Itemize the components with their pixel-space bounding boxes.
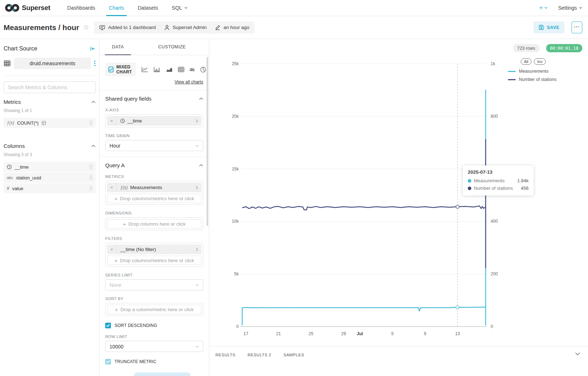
tab-results[interactable]: RESULTS bbox=[215, 353, 235, 357]
search-input[interactable] bbox=[4, 81, 96, 93]
column-item-time[interactable]: __time bbox=[4, 162, 96, 172]
save-disk-icon bbox=[539, 25, 544, 30]
tooltip-row: Measurements 1.84k bbox=[468, 178, 529, 183]
nav-charts[interactable]: Charts bbox=[102, 0, 131, 16]
metric-item-count[interactable]: ƒ(x) COUNT(*) bbox=[4, 118, 96, 128]
chevron-up-icon[interactable] bbox=[199, 97, 203, 100]
more-options-button[interactable]: ··· bbox=[572, 21, 582, 33]
tooltip-row: Number of stations 456 bbox=[468, 185, 529, 191]
series-limit-select[interactable]: None bbox=[105, 279, 203, 290]
chevron-down-icon bbox=[195, 145, 199, 147]
collapse-panel-icon[interactable] bbox=[90, 46, 96, 51]
big-number-chart-icon[interactable]: 4k bbox=[190, 67, 195, 72]
chart-canvas[interactable]: 25k1k20k80015k60010k4005k2000017212529Ju… bbox=[209, 57, 588, 347]
svg-text:25k: 25k bbox=[232, 61, 239, 66]
plus-icon: + bbox=[115, 307, 118, 312]
tab-customize[interactable]: CUSTOMIZE bbox=[151, 39, 193, 55]
superset-explore-app: Superset Dashboards Charts Datasets SQL … bbox=[0, 0, 588, 376]
dataset-row: druid.measurements bbox=[4, 58, 96, 76]
settings-menu[interactable]: Settings bbox=[558, 5, 582, 11]
time-grain-select[interactable]: Hour bbox=[105, 140, 203, 151]
chevron-up-icon[interactable] bbox=[91, 101, 96, 103]
svg-text:5k: 5k bbox=[234, 271, 239, 276]
page-title: Measurements / hour bbox=[4, 23, 79, 32]
columns-count: Showing 3 of 3 bbox=[4, 152, 96, 157]
drag-handle-icon[interactable] bbox=[89, 175, 92, 180]
chevron-right-icon bbox=[192, 186, 201, 189]
sort-by-label: SORT BY bbox=[105, 297, 203, 301]
legend-inv-button[interactable]: Inv bbox=[534, 58, 546, 65]
filters-control: × __time (No filter) + Drop columns/metr… bbox=[105, 243, 203, 267]
tab-results-2[interactable]: RESULTS 2 bbox=[248, 353, 271, 357]
metrics-control: × ƒ(x) Measurements + Drop columns/metri… bbox=[105, 181, 203, 205]
nav-datasets[interactable]: Datasets bbox=[131, 0, 165, 16]
owner-info[interactable]: Superset Admin bbox=[164, 25, 206, 30]
metrics-search bbox=[4, 81, 96, 93]
drag-handle-icon[interactable] bbox=[89, 164, 92, 169]
svg-text:25: 25 bbox=[308, 331, 314, 336]
nav-sql[interactable]: SQL bbox=[165, 0, 194, 16]
scrollbar-thumb[interactable] bbox=[206, 57, 208, 226]
dashboards-added-info[interactable]: Added to 1 dashboard bbox=[99, 25, 156, 30]
column-item-station-uuid[interactable]: abc station_uuid bbox=[4, 173, 96, 183]
dimensions-drop-zone[interactable]: + Drop columns here or click bbox=[107, 219, 201, 228]
sort-descending-checkbox[interactable] bbox=[105, 323, 111, 328]
dataset-selector[interactable]: druid.measurements bbox=[14, 58, 91, 69]
chevron-right-icon bbox=[192, 119, 201, 123]
remove-icon[interactable]: × bbox=[107, 245, 117, 254]
chevron-up-icon[interactable] bbox=[199, 164, 203, 167]
sort-by-drop-zone[interactable]: + Drop a column/metric here or click bbox=[107, 305, 201, 314]
metrics-drop-zone[interactable]: + Drop columns/metrics here or click bbox=[107, 194, 201, 203]
viz-type-selected[interactable]: MIXED CHART bbox=[105, 63, 136, 76]
columns-heading: Columns bbox=[4, 143, 25, 149]
tooltip-date: 2025-07-13 bbox=[468, 169, 529, 175]
superset-logo[interactable]: Superset bbox=[5, 3, 50, 13]
metric-chip[interactable]: × ƒ(x) Measurements bbox=[107, 183, 201, 192]
tab-data[interactable]: DATA bbox=[105, 39, 131, 55]
filters-label: FILTERS bbox=[105, 236, 203, 241]
control-tabs: DATA CUSTOMIZE bbox=[99, 39, 209, 55]
nav-dashboards[interactable]: Dashboards bbox=[60, 0, 102, 16]
legend-item-measurements[interactable]: Measurements bbox=[508, 69, 576, 74]
x-axis-chip[interactable]: × __time bbox=[107, 116, 201, 126]
remove-icon[interactable]: × bbox=[107, 116, 117, 126]
area-chart-icon[interactable] bbox=[166, 67, 172, 72]
metrics-heading: Metrics bbox=[4, 99, 21, 105]
truncate-metric-checkbox[interactable] bbox=[105, 359, 111, 365]
sort-descending-row: SORT DESCENDING bbox=[105, 323, 203, 328]
line-chart-icon[interactable] bbox=[141, 67, 148, 72]
series-dot-icon bbox=[468, 179, 471, 183]
dimensions-label: DIMENSIONS bbox=[105, 211, 203, 215]
favorite-star-icon[interactable]: ☆ bbox=[83, 23, 89, 32]
tab-samples[interactable]: SAMPLES bbox=[283, 353, 304, 357]
svg-text:0: 0 bbox=[236, 324, 239, 329]
dataset-options-kebab-icon[interactable] bbox=[94, 61, 96, 66]
pie-chart-icon[interactable] bbox=[200, 67, 206, 73]
chevron-right-icon bbox=[192, 248, 201, 251]
view-all-charts-link[interactable]: View all charts bbox=[175, 79, 203, 85]
svg-text:5: 5 bbox=[391, 331, 394, 336]
filters-drop-zone[interactable]: + Drop columns/metrics here or click bbox=[107, 256, 201, 265]
query-timer-badge: 00:00:01.18 bbox=[546, 44, 582, 52]
new-item-button[interactable]: + bbox=[539, 4, 548, 11]
svg-text:10k: 10k bbox=[232, 219, 239, 224]
viz-type-row: MIXED CHART 4k bbox=[105, 63, 203, 76]
bar-chart-icon[interactable] bbox=[154, 67, 160, 72]
chart-header: Measurements / hour ☆ Added to 1 dashboa… bbox=[0, 16, 588, 39]
query-a-heading: Query A bbox=[105, 162, 125, 168]
chevron-up-icon[interactable] bbox=[91, 145, 96, 147]
collapse-results-chevron-icon[interactable] bbox=[575, 351, 580, 357]
row-limit-select[interactable]: 10000 bbox=[105, 341, 203, 352]
drag-handle-icon[interactable] bbox=[89, 186, 92, 191]
filter-chip[interactable]: × __time (No filter) bbox=[107, 245, 201, 254]
save-button[interactable]: SAVE bbox=[534, 21, 564, 33]
truncate-metric-row: TRUNCATE METRIC bbox=[105, 359, 203, 365]
legend-all-button[interactable]: All bbox=[521, 58, 531, 65]
remove-icon[interactable]: × bbox=[107, 183, 117, 192]
table-chart-icon[interactable] bbox=[178, 67, 184, 72]
svg-text:9: 9 bbox=[424, 331, 426, 336]
last-modified-info[interactable]: an hour ago bbox=[215, 25, 249, 30]
legend-item-number-of-stations[interactable]: Number of stations bbox=[508, 77, 576, 82]
column-item-value[interactable]: # value bbox=[4, 183, 96, 193]
drag-handle-icon[interactable] bbox=[89, 120, 92, 125]
